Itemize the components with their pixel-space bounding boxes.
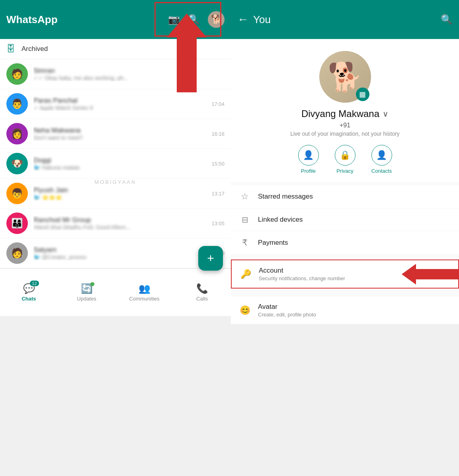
chat-name: Paras Panchal [33,97,206,105]
header-avatar[interactable]: 🐕 [208,11,225,28]
nav-chats-label: Chats [21,296,36,302]
profile-action-contacts[interactable]: 👤 Contacts [371,145,392,174]
chats-badge: 12 [30,281,39,286]
app-title: WhatsApp [6,14,160,26]
new-chat-fab[interactable]: + [198,246,223,271]
profile-header-title: You [253,14,436,26]
archived-row[interactable]: 🗄 Archived [0,39,231,59]
nav-updates[interactable]: 🔄 Updates [58,280,115,305]
linked-devices-text: Linked devices [258,216,451,224]
camera-icon[interactable]: 📷 [168,14,180,25]
chat-time: 15:50 [211,161,225,167]
chat-info: Satyam 🐦 @Creator_proooo [33,246,206,260]
archived-label: Archived [21,45,48,53]
chat-message: ✓✓ Okay baby, me also working, ph... [33,75,219,81]
linked-devices-title: Linked devices [258,216,451,224]
account-subtitle: Security notifications, change number [259,275,450,281]
profile-name: Divyang Makwana [301,108,379,119]
chat-name: Neha Makwana [33,127,206,135]
qr-badge[interactable]: ▦ [356,88,369,101]
nav-communities[interactable]: 👥 Communities [115,280,173,305]
linked-devices-icon: ⊟ [239,215,251,224]
privacy-action-label: Privacy [336,168,354,174]
avatar-section: 😊 Avatar Create, edit, profile photo [231,297,459,324]
profile-panel: 🐕 ▦ Divyang Makwana ∨ +91 Live out of yo… [231,39,459,324]
nav-chats[interactable]: 💬 12 Chats [0,280,58,305]
avatar: 👩 [6,123,28,144]
nav-updates-badge-wrap: 🔄 [81,283,93,294]
account-item[interactable]: 🔑 Account Security notifications, change… [231,259,459,289]
profile-action-label: Profile [301,168,316,174]
header-right: ← You 🔍 [231,0,459,39]
chat-info: Ranchod Mr Group Hitesh bhai (Madhu Fol)… [33,216,206,230]
dropdown-icon[interactable]: ∨ [383,109,389,119]
chat-message: 🐦 ⭐⭐⭐ [33,194,206,201]
nav-calls-label: Calls [196,296,208,302]
avatar-icon: 😊 [239,305,251,316]
avatar: 🐶 [6,153,28,174]
chat-time: 16:16 [211,131,225,137]
chat-info: Simran ✓✓ Okay baby, me also working, ph… [33,67,219,81]
profile-photo-wrap: 🐕 ▦ [319,51,371,103]
chat-list: 🗄 Archived 🧑 Simran ✓✓ Okay baby, me als… [0,39,231,268]
account-menu-item[interactable]: 🔑 Account Security notifications, change… [232,260,458,288]
avatar-text: Avatar Create, edit, profile photo [258,303,451,318]
chat-info: Neha Makwana Don't want to meet? [33,127,206,141]
chat-info: Piyush Jain 🐦 ⭐⭐⭐ [33,186,206,201]
chat-time: 17:04 [211,101,225,107]
header-left: WhatsApp 📷 🔍 🐕 [0,0,231,39]
starred-messages-title: Starred messages [258,193,451,201]
qr-icon: ▦ [359,90,366,99]
avatar: 👦 [6,183,28,204]
chat-name: Piyush Jain [33,186,206,194]
profile-action-privacy[interactable]: 🔒 Privacy [335,145,355,174]
menu-section: ☆ Starred messages ⊟ Linked devices ₹ Pa… [231,185,459,255]
starred-messages-item[interactable]: ☆ Starred messages [231,185,459,209]
chat-item[interactable]: 🧑 Satyam 🐦 @Creator_proooo 12:29 [0,238,231,268]
chat-item[interactable]: 👦 Piyush Jain 🐦 ⭐⭐⭐ 13:17 [0,179,231,209]
chat-item[interactable]: 👨‍👩‍👦 Ranchod Mr Group Hitesh bhai (Madh… [0,209,231,238]
chat-message: Hitesh bhai (Madhu Fol): Good Aftern... [33,224,206,230]
bottom-nav: 💬 12 Chats 🔄 Updates 👥 Communities [0,268,231,316]
communities-icon: 👥 [139,283,150,294]
chat-message: Don't want to meet? [33,135,206,141]
account-key-icon: 🔑 [240,269,252,279]
avatar: 🧑 [6,242,28,264]
nav-communities-label: Communities [129,296,160,302]
nav-chats-badge-wrap: 💬 12 [23,283,35,294]
archive-icon: 🗄 [6,44,15,54]
chat-item[interactable]: 👨 Paras Panchal ✓ Apple Watch Series 9 1… [0,89,231,119]
profile-name-row: Divyang Makwana ∨ [301,108,389,119]
account-text: Account Security notifications, change n… [259,267,450,281]
payments-title: Payments [258,239,451,247]
chat-message: ✓ Apple Watch Series 9 [33,105,206,111]
updates-dot [90,282,94,286]
nav-calls[interactable]: 📞 Calls [173,280,231,305]
contacts-action-label: Contacts [371,168,392,174]
search-icon-left[interactable]: 🔍 [188,14,200,25]
payments-text: Payments [258,239,451,247]
chat-item[interactable]: 🧑 Simran ✓✓ Okay baby, me also working, … [0,59,231,89]
chat-item[interactable]: 🐶 Doggi 🐦 Hakuna matata 15:50 [0,149,231,179]
account-title: Account [259,267,450,275]
profile-action-profile[interactable]: 👤 Profile [298,145,319,174]
chat-message: 🐦 @Creator_proooo [33,254,206,260]
profile-status: Live out of your imagination, not your h… [290,131,400,137]
chat-info: Paras Panchal ✓ Apple Watch Series 9 [33,97,206,111]
back-button[interactable]: ← [237,13,248,26]
left-panel: 🗄 Archived 🧑 Simran ✓✓ Okay baby, me als… [0,39,231,324]
chat-message: 🐦 Hakuna matata [33,164,206,171]
contacts-icon: 👤 [371,145,392,166]
avatar-item[interactable]: 😊 Avatar Create, edit, profile photo [231,297,459,324]
chat-name: Simran [33,67,219,75]
linked-devices-item[interactable]: ⊟ Linked devices [231,209,459,231]
chat-time: 13:05 [211,220,225,226]
avatar: 👨‍👩‍👦 [6,213,28,234]
payments-item[interactable]: ₹ Payments [231,231,459,255]
chat-item[interactable]: 👩 Neha Makwana Don't want to meet? 16:16 [0,119,231,149]
search-icon-right[interactable]: 🔍 [441,14,453,25]
chat-name: Doggi [33,156,206,164]
avatar: 👨 [6,93,28,115]
calls-icon: 📞 [196,283,208,294]
privacy-icon: 🔒 [335,145,355,166]
